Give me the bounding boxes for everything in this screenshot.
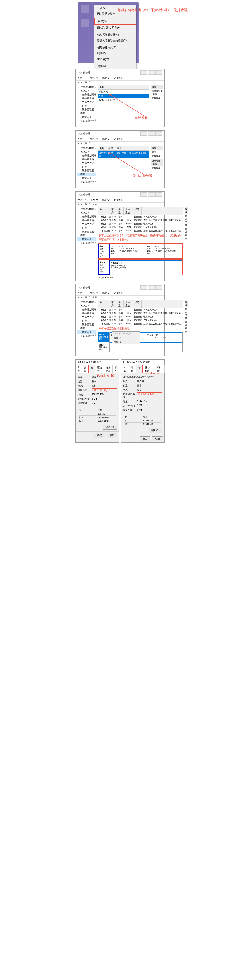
close-button[interactable]: ×	[155, 70, 163, 75]
menu-view[interactable]: 查看(V)	[102, 291, 111, 294]
disk-volume-row[interactable]: — (磁盘 0 磁...)简单基本NTFS状态良好 (恢复分区)	[98, 315, 183, 318]
minimize-button[interactable]: —	[141, 192, 147, 197]
actions-item[interactable]: 磁盘管理	[185, 214, 188, 228]
tree-system-tools[interactable]: 系统工具	[77, 304, 96, 308]
actions-item[interactable]: 计算机管理(本地)	[152, 89, 163, 96]
tab-volume[interactable]: 卷	[136, 365, 143, 374]
menu-action[interactable]: 操作(A)	[90, 291, 98, 294]
close-button[interactable]: ×	[155, 192, 163, 197]
close-button[interactable]: ×	[155, 132, 163, 136]
maximize-button[interactable]: □	[148, 132, 155, 136]
tree-shared-folders[interactable]: 共享文件夹	[77, 222, 96, 226]
tree-system-tools[interactable]: 系统工具	[77, 89, 96, 93]
tree-task-scheduler[interactable]: 任务计划程序	[77, 154, 96, 158]
disk0-partition[interactable]: 477 MB	[145, 332, 154, 342]
disk-volume-row[interactable]: — (磁盘 0 磁...)简单基本NTFS状态良好 (恢复, 页面文件, 故障转…	[98, 312, 183, 315]
menu-properties[interactable]: 属性(R)	[95, 64, 136, 69]
ok-button[interactable]: 确定	[94, 433, 105, 438]
maximize-button[interactable]: □	[148, 192, 155, 197]
disk0-label-selected[interactable]: 磁盘 0 223.57 GB 联机	[98, 332, 110, 342]
menu-help[interactable]: 帮助(H)	[114, 138, 123, 140]
tree-root[interactable]: 计算机管理(本地)	[77, 207, 96, 211]
maximize-button[interactable]: □	[148, 70, 155, 75]
tree-event-viewer[interactable]: 事件查看器	[77, 97, 96, 100]
tree-root[interactable]: 计算机管理(本地)	[77, 146, 96, 150]
disk1-label[interactable]: 磁盘 1 232.83 ... 联机	[98, 342, 110, 352]
tree-storage[interactable]: 存储	[77, 172, 96, 176]
disk-volume-row[interactable]: — (磁盘 0 磁...)简单基本状态良好 (EFI 系统分区)	[98, 215, 183, 218]
menu-map-drive[interactable]: 映射网络驱动器(N)...	[95, 32, 136, 38]
menu-disconnect-drive[interactable]: 断开网络驱动器的连接(C)...	[95, 38, 136, 43]
tab-general[interactable]: 常规	[121, 365, 129, 374]
disk-volume-row[interactable]: — (磁盘 0 磁...)简单基本状态良好 (EFI 系统分区)	[98, 308, 183, 312]
disk1-label[interactable]: 磁盘 1 基本 232.83 GB 联机	[98, 260, 110, 275]
menu-rename[interactable]: 重命名(M)	[95, 56, 136, 62]
tree-system-tools[interactable]: 系统工具	[77, 211, 96, 215]
tree-device-manager[interactable]: 设备管理器	[77, 169, 96, 172]
menu-help[interactable]: 帮助(H)	[112, 340, 140, 344]
menu-file[interactable]: 文件(F)	[77, 138, 86, 140]
disk-volume-row[interactable]: — 本地磁盘...简单基本NTFS状态良好 (启动, 页面文件, 故障转储, 基…	[98, 229, 183, 232]
tree-device-manager[interactable]: 设备管理器	[77, 230, 96, 234]
tree-performance[interactable]: 性能	[77, 104, 96, 108]
properties-button[interactable]: 属性(P)	[103, 425, 117, 430]
menu-help[interactable]: 帮助(H)	[114, 76, 123, 80]
tree-services[interactable]: 服务和应用程序	[77, 119, 96, 123]
menu-view[interactable]: 查看(V)	[102, 138, 111, 140]
tree-device-manager[interactable]: 设备管理器	[77, 323, 96, 326]
disk-volume-row[interactable]: — (磁盘 0 磁...)简单基本NTFS状态良好 (恢复, 页面文件, 故障转…	[98, 218, 183, 222]
menu-shortcut[interactable]: 创建快捷方式(S)	[95, 45, 136, 51]
disk0-partition[interactable]: 300 MB 状态良好 (C	[110, 243, 118, 258]
menu-properties[interactable]: 属性(P)	[112, 336, 140, 340]
disk0-partition[interactable]: 477 MB 状态良好 (	[146, 243, 155, 258]
tab-events[interactable]: 事件	[112, 365, 119, 374]
tree-shared-folders[interactable]: 共享文件夹	[77, 315, 96, 319]
tree-performance[interactable]: 性能	[77, 226, 96, 230]
properties-button[interactable]: 属性 (R)	[148, 428, 163, 433]
disk-volume-row[interactable]: — (磁盘 0 磁...)简单基本NTFS状态良好 (EFI 系统分区)	[98, 318, 183, 322]
disk0-partition-d[interactable]: (D:) 103.27 GB NTFS 状态良好 (基本数据分区)	[155, 243, 182, 258]
menu-view[interactable]: 查看(V)	[102, 199, 111, 201]
tree-disk-management[interactable]: 磁盘管理	[77, 115, 96, 119]
tree-storage[interactable]: 存储	[77, 326, 96, 330]
tree-system-tools[interactable]: 系统工具	[77, 150, 96, 154]
tab-volume[interactable]: 卷	[88, 365, 95, 374]
tree-storage[interactable]: 存储	[77, 234, 96, 237]
menu-delete[interactable]: 删除(D)	[95, 51, 136, 56]
tab-details[interactable]: 详细信息	[104, 365, 113, 374]
actions-item[interactable]: 存储	[152, 150, 163, 154]
menu-manage[interactable]: 管理(G)	[95, 18, 136, 25]
tree-disk-management[interactable]: 磁盘管理	[77, 237, 96, 241]
tree-performance[interactable]: 性能	[77, 319, 96, 323]
menu-action[interactable]: 操作(A)	[90, 199, 98, 201]
tree-event-viewer[interactable]: 事件查看器	[77, 218, 96, 222]
tree-storage[interactable]: 存储	[77, 111, 96, 115]
actions-more[interactable]: 更多操作	[152, 154, 163, 158]
actions-more[interactable]: 更多操作	[185, 320, 188, 334]
tree-performance[interactable]: 性能	[77, 165, 96, 169]
disk0-label[interactable]: 磁盘 0 基本 223.57 GB 联机	[98, 243, 110, 258]
tab-general[interactable]: 常规	[76, 365, 82, 374]
menu-file[interactable]: 文件(F)	[77, 291, 86, 294]
actions-more[interactable]: 更多操作	[152, 96, 163, 100]
tab-driver[interactable]: 驱动程序	[95, 365, 104, 374]
tree-services[interactable]: 服务和应用程序	[77, 180, 96, 184]
tree-task-scheduler[interactable]: 任务计划程序	[77, 93, 96, 97]
tree-disk-management[interactable]: 磁盘管理	[77, 176, 96, 180]
actions-more[interactable]: 更多操作	[152, 166, 163, 170]
tree-root[interactable]: 计算机管理(本地)	[77, 300, 96, 304]
menu-help[interactable]: 帮助(H)	[114, 291, 123, 294]
disk1-partition-e[interactable]: 本地磁盘 (E:) 232.83 GB NTFS 状态良好 (主分区)	[110, 260, 182, 275]
ok-button[interactable]: 确定	[140, 436, 150, 441]
minimize-button[interactable]: —	[141, 285, 147, 290]
menu-view[interactable]: 查看(V)	[102, 76, 111, 80]
disk0-partition-c[interactable]: (C:) 119.14 GB NTFS 状态良好 (启动, 页面文...	[118, 243, 146, 258]
tree-shared-folders[interactable]: 共享文件夹	[77, 161, 96, 165]
cancel-button[interactable]: 取消	[107, 433, 117, 438]
menu-action[interactable]: 操作(A)	[90, 76, 98, 80]
cancel-button[interactable]: 取消	[152, 436, 163, 441]
menu-action[interactable]: 操作(A)	[90, 138, 98, 140]
tree-task-scheduler[interactable]: 任务计划程序	[77, 215, 96, 218]
menu-file[interactable]: 文件(F)	[77, 76, 86, 80]
disk-volume-row[interactable]: — (磁盘 0 磁...)简单基本NTFS状态良好 (恢复分区)	[98, 222, 183, 226]
